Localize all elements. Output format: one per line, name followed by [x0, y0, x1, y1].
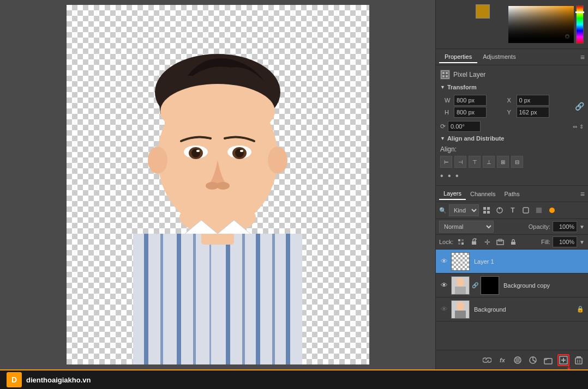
- opacity-input[interactable]: [553, 221, 577, 232]
- color-gradient[interactable]: [508, 6, 574, 43]
- fill-label: Fill:: [541, 239, 550, 245]
- align-top-btn[interactable]: ⊥: [483, 156, 495, 168]
- svg-rect-11: [286, 234, 290, 364]
- svg-rect-36: [483, 211, 486, 214]
- svg-rect-5: [193, 234, 196, 364]
- color-swatch[interactable]: [476, 4, 490, 19]
- transform-header[interactable]: ▼ Transform: [436, 82, 588, 93]
- filter-pixel-btn[interactable]: [481, 205, 492, 216]
- svg-rect-2: [144, 234, 148, 364]
- transform-title: Transform: [447, 84, 477, 90]
- svg-rect-7: [226, 234, 230, 364]
- tab-layers[interactable]: Layers: [439, 188, 466, 200]
- lock-artboard-btn[interactable]: [495, 236, 506, 247]
- transform-lock-icon[interactable]: 🔗: [575, 95, 584, 117]
- opacity-arrow[interactable]: ▼: [579, 224, 585, 230]
- new-layer-btn[interactable]: [557, 354, 569, 366]
- svg-rect-3: [160, 234, 163, 364]
- filter-toggle-btn[interactable]: [547, 205, 557, 216]
- right-panel: Properties Adjustments ≡: [435, 0, 588, 369]
- align-icons-row: ⊢ ⊣ ⊤ ⊥ ⊞ ⊟: [436, 155, 588, 169]
- x-input[interactable]: [517, 95, 549, 106]
- svg-point-17: [160, 84, 275, 138]
- layer-item[interactable]: 👁 Layer 1: [436, 250, 588, 273]
- fx-btn[interactable]: fx: [496, 354, 508, 366]
- svg-rect-9: [256, 234, 260, 364]
- rotate-input[interactable]: [448, 121, 481, 132]
- h-input[interactable]: [454, 107, 487, 118]
- color-hue-slider[interactable]: [576, 5, 584, 44]
- fill-input[interactable]: [553, 236, 577, 247]
- filter-adjust-btn[interactable]: [494, 205, 505, 216]
- lock-image-btn[interactable]: [469, 236, 479, 247]
- svg-point-15: [268, 147, 287, 174]
- svg-rect-4: [177, 234, 181, 364]
- visibility-toggle[interactable]: 👁: [439, 257, 449, 266]
- flip-v-icon[interactable]: ⇕: [579, 124, 584, 130]
- layer-chain-icon: 🔗: [472, 282, 478, 289]
- align-header[interactable]: ▼ Align and Distribute: [436, 133, 588, 144]
- visibility-toggle[interactable]: 👁: [439, 305, 449, 314]
- more-options[interactable]: • • •: [436, 169, 588, 183]
- align-bottom-btn[interactable]: ⊟: [511, 156, 523, 168]
- layer-item[interactable]: 👁 🔗 Background copy: [436, 273, 588, 297]
- layer-name: Background copy: [501, 282, 585, 289]
- svg-point-14: [148, 147, 167, 174]
- link-layers-btn[interactable]: [481, 354, 493, 366]
- svg-rect-31: [446, 72, 448, 74]
- delete-layer-btn[interactable]: [573, 354, 585, 366]
- brand-name: dienthoaigiakho.vn: [26, 376, 91, 384]
- filter-shape-btn[interactable]: [520, 205, 531, 216]
- blend-mode-dropdown[interactable]: Normal: [439, 221, 494, 233]
- properties-section: Properties Adjustments ≡: [436, 49, 588, 186]
- properties-content: Pixel Layer ▼ Transform W X: [436, 65, 588, 185]
- adjustment-layer-btn[interactable]: [527, 354, 539, 366]
- layer-thumbnail: [451, 300, 470, 319]
- tab-channels[interactable]: Channels: [466, 189, 500, 199]
- layers-menu-icon[interactable]: ≡: [580, 190, 585, 198]
- svg-rect-44: [461, 239, 464, 241]
- properties-tabs: Properties Adjustments ≡: [436, 49, 588, 65]
- align-center-v-btn[interactable]: ⊞: [497, 156, 509, 168]
- layer-mask-thumbnail: [481, 276, 499, 295]
- visibility-toggle[interactable]: 👁: [439, 281, 449, 290]
- svg-rect-41: [536, 208, 542, 213]
- svg-rect-40: [523, 208, 529, 213]
- panel-menu-icon[interactable]: ≡: [580, 53, 585, 62]
- new-group-btn[interactable]: [542, 354, 554, 366]
- lock-transparent-btn[interactable]: [455, 236, 466, 247]
- lock-all-btn[interactable]: [508, 236, 519, 247]
- y-input[interactable]: [517, 107, 549, 118]
- svg-rect-43: [458, 239, 460, 241]
- svg-rect-56: [515, 358, 520, 362]
- pixel-layer-label: Pixel Layer: [453, 71, 485, 78]
- filter-smart-btn[interactable]: [533, 205, 544, 216]
- lock-move-btn[interactable]: ✛: [482, 236, 493, 247]
- search-icon: 🔍: [439, 207, 447, 214]
- svg-point-42: [549, 208, 555, 213]
- svg-rect-51: [455, 287, 466, 294]
- mask-btn[interactable]: [512, 354, 524, 366]
- fill-arrow[interactable]: ▼: [579, 239, 585, 245]
- layers-toolbar: 🔍 Kind T: [436, 202, 588, 219]
- align-label: Align:: [440, 145, 457, 153]
- flip-h-icon[interactable]: ⇔: [573, 124, 577, 130]
- layers-panel: Layers Channels Paths ≡ 🔍 Kind T: [436, 186, 588, 369]
- align-center-h-btn[interactable]: ⊣: [454, 156, 466, 168]
- tab-adjustments[interactable]: Adjustments: [477, 51, 521, 63]
- align-right-btn[interactable]: ⊤: [469, 156, 481, 168]
- kind-dropdown[interactable]: Kind: [449, 204, 479, 216]
- x-label: X: [507, 97, 515, 104]
- svg-rect-30: [442, 72, 445, 74]
- align-left-btn[interactable]: ⊢: [440, 156, 452, 168]
- filter-type-btn[interactable]: T: [507, 205, 518, 216]
- w-input[interactable]: [454, 95, 487, 106]
- tab-paths[interactable]: Paths: [500, 189, 524, 199]
- layer-item[interactable]: 👁 Background 🔒: [436, 297, 588, 321]
- tab-properties[interactable]: Properties: [439, 51, 477, 63]
- pixel-layer-icon: [440, 70, 450, 80]
- layer-lock-icon: 🔒: [576, 305, 585, 314]
- layer-thumbnail: [451, 276, 470, 295]
- layer-name: Layer 1: [472, 258, 585, 265]
- canvas-area: [0, 0, 435, 369]
